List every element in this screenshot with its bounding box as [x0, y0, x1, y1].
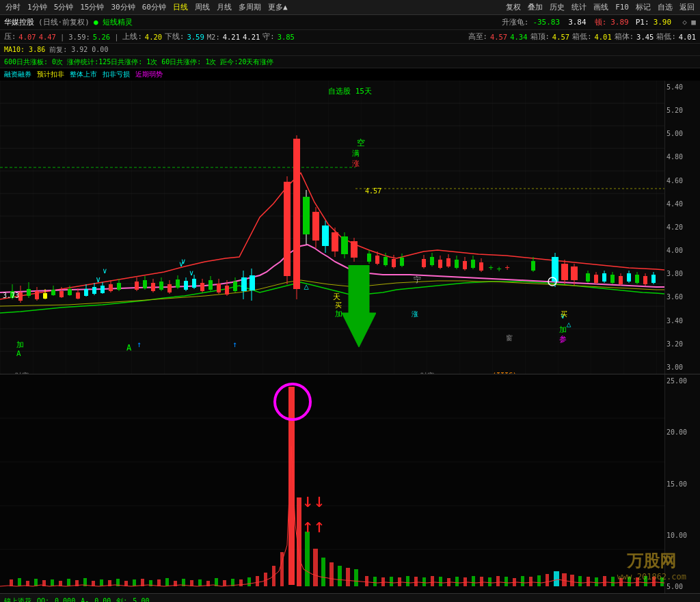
- tool-tongji[interactable]: 统计: [569, 1, 589, 13]
- timeframe-30min[interactable]: 30分钟: [109, 1, 138, 13]
- svg-rect-144: [651, 275, 656, 283]
- svg-rect-229: [390, 577, 393, 586]
- svg-rect-186: [34, 579, 38, 586]
- zero-val: 0.00: [92, 46, 108, 53]
- svg-rect-77: [293, 139, 300, 289]
- svg-rect-51: [159, 282, 163, 290]
- svg-rect-130: [594, 275, 598, 283]
- p1-label: P1:: [636, 18, 649, 27]
- timeframe-60min[interactable]: 60分钟: [139, 1, 169, 13]
- svg-rect-138: [627, 273, 631, 282]
- svg-rect-243: [504, 577, 508, 586]
- svg-text:空: 空: [357, 138, 365, 148]
- svg-text:买: 买: [335, 301, 342, 309]
- timeframe-more[interactable]: 更多▲: [265, 1, 291, 13]
- tool-zixuan[interactable]: 自选: [655, 1, 675, 13]
- svg-rect-19: [27, 289, 31, 296]
- svg-text:+: +: [488, 263, 493, 273]
- tool-huaxian[interactable]: 画线: [591, 1, 611, 13]
- timeframe-fen[interactable]: 分时: [3, 1, 23, 13]
- timeframe-1min[interactable]: 1分钟: [25, 1, 50, 13]
- svg-rect-23: [43, 293, 47, 299]
- svg-text:∨: ∨: [96, 275, 100, 284]
- svg-text:↑: ↑: [137, 340, 142, 349]
- timeframe-5min[interactable]: 5分钟: [51, 1, 77, 13]
- svg-rect-35: [92, 287, 96, 294]
- svg-rect-230: [398, 577, 401, 586]
- svg-rect-240: [480, 577, 483, 586]
- stock-indicator: ● 短线精灵: [94, 17, 133, 27]
- tool-return[interactable]: 返回: [677, 1, 697, 13]
- red-arrow-up: ↑↑: [302, 515, 325, 537]
- svg-text:+: +: [504, 263, 509, 273]
- red-arrow-down: ↓↓: [302, 489, 325, 512]
- volume-chart-svg: [0, 374, 664, 593]
- jian-val: 5.00: [133, 597, 149, 602]
- svg-rect-29: [68, 289, 72, 295]
- self-select-label: 自选股 15天: [328, 86, 372, 96]
- svg-text:△: △: [304, 282, 309, 291]
- svg-rect-55: [176, 279, 180, 288]
- timeframe-weekly[interactable]: 周线: [192, 1, 213, 13]
- svg-rect-126: [571, 266, 578, 280]
- svg-text:3.73: 3.73: [3, 292, 19, 299]
- tool-fuquan[interactable]: 复权: [503, 1, 524, 13]
- tag-jinqiruoshi: 近期弱势: [135, 70, 163, 79]
- timeframe-daily[interactable]: 日线: [170, 1, 191, 13]
- svg-rect-132: [602, 273, 606, 282]
- main-chart[interactable]: 5.40 5.20 5.00 4.80 4.60 4.40 4.20 4.00 …: [0, 81, 700, 374]
- tool-diejia[interactable]: 叠加: [525, 1, 546, 13]
- svg-rect-71: [241, 277, 247, 291]
- svg-rect-219: [305, 532, 310, 586]
- svg-rect-241: [488, 577, 492, 586]
- svg-rect-198: [133, 579, 136, 586]
- bottom-bar: 锦上添花 QQ: 0.000 A- 0.00 剑: 5.00: [0, 593, 700, 602]
- svg-rect-124: [561, 264, 568, 280]
- tool-f10[interactable]: F10: [612, 2, 632, 12]
- svg-text:∨: ∨: [189, 269, 194, 277]
- tool-biaoji[interactable]: 标记: [633, 1, 654, 13]
- svg-text:加: 加: [559, 325, 567, 334]
- watermark-bottom: www.201862.com: [617, 572, 686, 582]
- tool-lishi[interactable]: 历史: [547, 1, 567, 13]
- volume-chart[interactable]: 25.00 20.00 15.00 10.00 5.00: [0, 374, 700, 593]
- timeframe-15min[interactable]: 15分钟: [77, 1, 107, 13]
- svg-rect-105: [438, 260, 442, 268]
- svg-text:买: 买: [561, 310, 567, 318]
- svg-rect-213: [256, 576, 259, 586]
- svg-text:△: △: [567, 320, 571, 329]
- svg-rect-190: [67, 579, 70, 586]
- p1-val: 3.90: [654, 18, 672, 27]
- timeframe-monthly[interactable]: 月线: [214, 1, 234, 13]
- svg-rect-61: [200, 283, 204, 291]
- svg-text:↑: ↑: [232, 340, 237, 349]
- svg-text:4.57: 4.57: [365, 187, 381, 195]
- svg-rect-220: [313, 549, 318, 586]
- svg-rect-223: [338, 566, 342, 586]
- svg-rect-45: [135, 282, 139, 290]
- tags-bar: 融资融券 预计扣非 整体上市 扣非亏损 近期弱势: [0, 68, 700, 81]
- svg-rect-206: [198, 579, 202, 586]
- svg-rect-37: [100, 286, 105, 293]
- watermark-top: 万股网: [617, 550, 686, 572]
- stats-text: 600日共涨板: 0次 涨停统计:125日共涨停: 1次 60日共涨停: 1次 …: [4, 57, 274, 67]
- tag-zhengti: 整体上市: [70, 70, 97, 79]
- svg-text:∨: ∨: [103, 266, 107, 275]
- svg-rect-237: [455, 577, 459, 586]
- svg-rect-79: [303, 197, 310, 234]
- svg-rect-97: [392, 259, 396, 267]
- svg-rect-140: [635, 275, 639, 283]
- timeframe-multi[interactable]: 多周期: [236, 1, 264, 13]
- svg-rect-188: [51, 579, 54, 586]
- svg-rect-101: [422, 259, 426, 267]
- svg-rect-245: [521, 576, 524, 586]
- svg-rect-63: [208, 280, 213, 290]
- pre-label: 前复:: [49, 45, 67, 55]
- svg-rect-224: [346, 568, 350, 586]
- change-label: 升涨龟:: [502, 17, 529, 27]
- svg-rect-67: [225, 286, 229, 295]
- svg-rect-120: [531, 261, 535, 271]
- svg-rect-115: [479, 262, 483, 271]
- big-green-arrow: [342, 265, 376, 349]
- svg-rect-253: [587, 577, 590, 586]
